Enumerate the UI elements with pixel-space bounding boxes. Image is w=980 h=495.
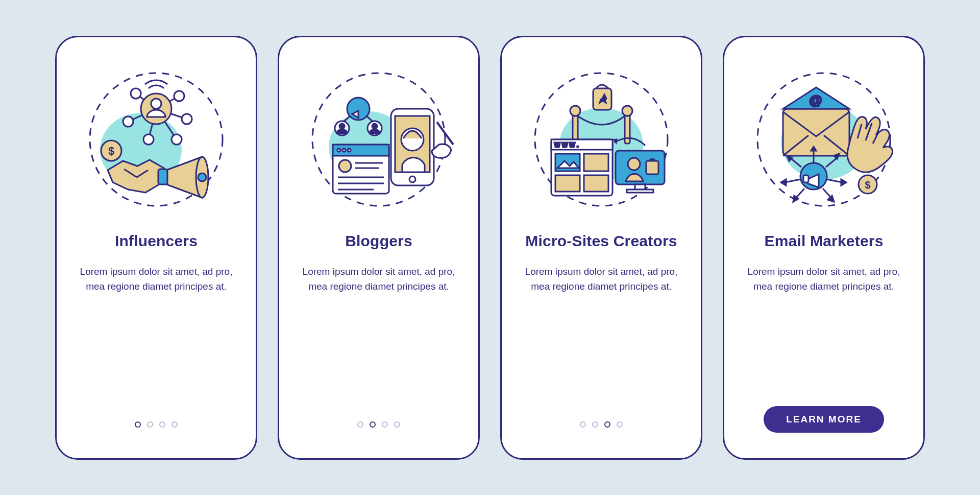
svg-point-34 <box>337 149 340 152</box>
pagination-dot[interactable] <box>580 421 586 428</box>
pagination-dot[interactable] <box>357 421 363 428</box>
svg-point-8 <box>131 88 141 99</box>
pagination-dots <box>580 421 623 428</box>
svg-point-9 <box>174 91 184 101</box>
pagination-dot[interactable] <box>394 421 400 428</box>
svg-point-31 <box>372 124 377 129</box>
svg-rect-75 <box>803 175 808 182</box>
pagination-dot-active[interactable] <box>135 421 141 428</box>
svg-point-10 <box>123 116 133 127</box>
svg-rect-59 <box>584 154 608 171</box>
svg-point-51 <box>570 106 580 116</box>
svg-line-79 <box>785 179 800 182</box>
screen-title: Micro-Sites Creators <box>525 232 677 250</box>
svg-point-13 <box>172 134 182 145</box>
pagination-dots <box>357 421 400 428</box>
screen-description: Lorem ipsum dolor sit amet, ad pro, mea … <box>522 264 680 294</box>
svg-line-80 <box>827 179 842 182</box>
pagination-dot-active[interactable] <box>370 421 376 428</box>
pagination-dot[interactable] <box>382 421 388 428</box>
pagination-dot-active[interactable] <box>604 421 610 428</box>
svg-point-65 <box>628 158 640 170</box>
onboarding-screen-email-marketers: @ <box>723 36 925 460</box>
onboarding-screen-bloggers: Bloggers Lorem ipsum dolor sit amet, ad … <box>278 36 480 460</box>
svg-point-22 <box>198 173 206 181</box>
onboarding-screen-microsites: W W W . <box>500 36 702 460</box>
pagination-dot[interactable] <box>159 421 165 428</box>
onboarding-screen-influencers: $ Influencers Lorem ipsum dolor sit amet… <box>55 36 257 460</box>
svg-text:W W W .: W W W . <box>554 142 578 149</box>
svg-point-11 <box>182 114 192 124</box>
pagination-dot[interactable] <box>172 421 178 428</box>
svg-text:$: $ <box>108 145 114 157</box>
screen-description: Lorem ipsum dolor sit amet, ad pro, mea … <box>300 264 458 294</box>
svg-text:$: $ <box>865 179 870 191</box>
onboarding-screens-row: $ Influencers Lorem ipsum dolor sit amet… <box>55 36 925 460</box>
svg-rect-60 <box>555 175 580 192</box>
microsites-icon: W W W . <box>525 63 678 216</box>
svg-rect-61 <box>584 175 608 192</box>
screen-title: Email Marketers <box>764 232 883 250</box>
learn-more-button[interactable]: LEARN MORE <box>764 406 884 433</box>
svg-rect-66 <box>646 161 658 174</box>
screen-description: Lorem ipsum dolor sit amet, ad pro, mea … <box>745 264 903 294</box>
influencers-icon: $ <box>80 63 233 216</box>
svg-text:@: @ <box>809 92 822 108</box>
svg-point-37 <box>339 160 351 172</box>
svg-point-46 <box>409 176 415 182</box>
svg-rect-20 <box>158 169 167 184</box>
screen-title: Influencers <box>115 232 198 250</box>
svg-point-12 <box>143 134 154 145</box>
svg-rect-64 <box>627 190 653 193</box>
pagination-dot[interactable] <box>617 421 623 428</box>
pagination-dots <box>135 421 178 428</box>
pagination-dot[interactable] <box>592 421 598 428</box>
svg-point-15 <box>151 99 161 109</box>
svg-point-53 <box>622 106 632 116</box>
screen-title: Bloggers <box>345 232 412 250</box>
bloggers-icon <box>302 63 455 216</box>
pagination-dot[interactable] <box>147 421 153 428</box>
email-marketers-icon: @ <box>747 63 900 216</box>
screen-description: Lorem ipsum dolor sit amet, ad pro, mea … <box>77 264 235 294</box>
svg-point-36 <box>348 149 351 152</box>
svg-point-29 <box>339 124 345 129</box>
svg-point-35 <box>342 149 346 152</box>
